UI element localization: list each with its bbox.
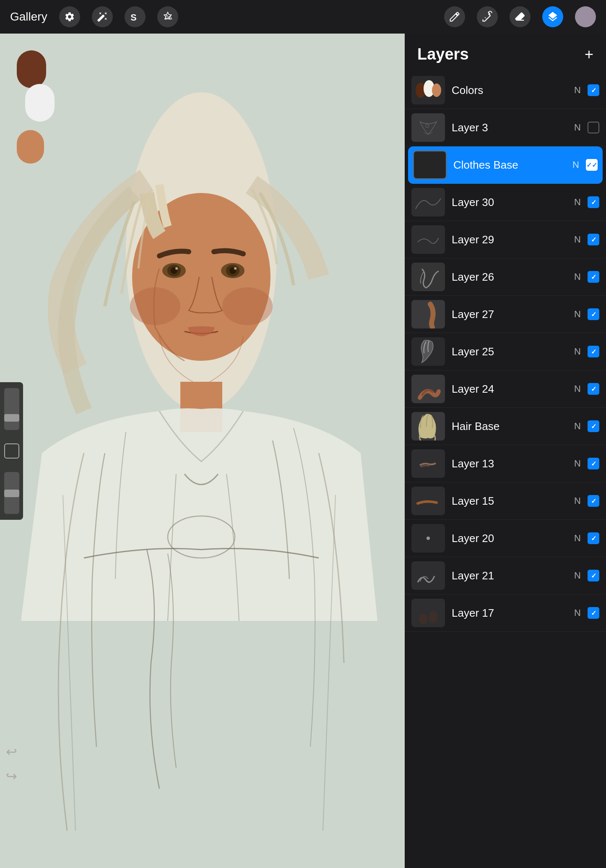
layer-info-layer17: Layer 17 xyxy=(445,607,574,620)
layer-name-layer20: Layer 20 xyxy=(452,532,494,545)
layer-thumb-layer26 xyxy=(411,263,445,291)
layer-visibility-layer15[interactable] xyxy=(588,495,599,507)
smudge-button[interactable] xyxy=(477,6,498,27)
layer-mode-layer24: N xyxy=(574,383,581,394)
layer-name-layer21: Layer 21 xyxy=(452,569,494,582)
layer-item-layer30[interactable]: Layer 30 N xyxy=(405,184,606,221)
layer-info-hair-base: Hair Base xyxy=(445,420,574,433)
layer-controls-layer24: N xyxy=(574,383,599,395)
swatch-white xyxy=(25,84,55,122)
magic-wand-button[interactable] xyxy=(92,6,113,27)
layer-mode-layer15: N xyxy=(574,495,581,506)
eraser-button[interactable] xyxy=(510,6,531,27)
svg-point-4 xyxy=(222,287,273,325)
layer-visibility-layer21[interactable] xyxy=(588,570,599,581)
layer-mode-clothes-base: N xyxy=(572,159,579,170)
svg-text:S: S xyxy=(130,12,136,22)
swatch-dark-brown xyxy=(17,50,46,88)
layer-thumb-colors xyxy=(411,76,445,104)
layer-name-layer17: Layer 17 xyxy=(452,607,494,619)
layers-panel: Layers + Colors N Layer xyxy=(405,34,606,868)
wrench-button[interactable] xyxy=(59,6,80,27)
layer-item-layer24[interactable]: Layer 24 N xyxy=(405,370,606,408)
layer-item-layer3[interactable]: Layer 3 N xyxy=(405,109,606,146)
layer-mode-layer20: N xyxy=(574,533,581,544)
layer-info-clothes-base: Clothes Base xyxy=(447,159,572,172)
layer-visibility-clothes-base[interactable]: ✓ xyxy=(586,159,598,171)
layer-name-layer30: Layer 30 xyxy=(452,196,494,209)
layer-name-layer29: Layer 29 xyxy=(452,233,494,246)
layer-mode-hair-base: N xyxy=(574,421,581,432)
layer-name-layer24: Layer 24 xyxy=(452,383,494,395)
swatch-light-tan xyxy=(17,130,44,164)
layers-button[interactable] xyxy=(542,6,563,27)
layer-item-layer21[interactable]: Layer 21 N xyxy=(405,557,606,594)
left-tool-panel xyxy=(0,382,23,520)
layer-item-layer29[interactable]: Layer 29 N xyxy=(405,221,606,258)
layer-visibility-layer17[interactable] xyxy=(588,607,599,619)
layer-visibility-layer3[interactable] xyxy=(588,122,599,133)
layers-header: Layers + xyxy=(405,34,606,72)
add-layer-button[interactable]: + xyxy=(585,47,593,62)
layer-mode-layer25: N xyxy=(574,346,581,357)
layer-info-layer30: Layer 30 xyxy=(445,196,574,209)
layer-mode-layer29: N xyxy=(574,234,581,245)
svg-point-12 xyxy=(234,267,237,270)
layer-visibility-colors[interactable] xyxy=(588,84,599,96)
layer-controls-clothes-base: N ✓ xyxy=(572,159,598,171)
svg-point-18 xyxy=(426,124,429,128)
layer-controls-layer15: N xyxy=(574,495,599,507)
layer-thumb-layer30 xyxy=(411,188,445,216)
layer-visibility-layer25[interactable] xyxy=(588,346,599,357)
selection-button[interactable] xyxy=(157,6,178,27)
opacity-slider[interactable] xyxy=(4,472,19,514)
layer-visibility-layer29[interactable] xyxy=(588,234,599,245)
layer-item-layer27[interactable]: Layer 27 N xyxy=(405,296,606,333)
layer-thumb-layer3 xyxy=(411,113,445,142)
layer-thumb-layer27 xyxy=(411,300,445,328)
layer-item-hair-base[interactable]: Hair Base N xyxy=(405,408,606,445)
layer-visibility-layer26[interactable] xyxy=(588,271,599,283)
color-picker-button[interactable] xyxy=(575,6,596,27)
layer-item-layer13[interactable]: Layer 13 N xyxy=(405,445,606,482)
brush-size-slider[interactable] xyxy=(4,388,19,430)
layer-item-layer17[interactable]: Layer 17 N xyxy=(405,594,606,632)
layer-item-layer20[interactable]: Layer 20 N xyxy=(405,520,606,557)
layer-info-layer26: Layer 26 xyxy=(445,271,574,284)
layer-name-layer13: Layer 13 xyxy=(452,457,494,470)
layer-visibility-hair-base[interactable] xyxy=(588,420,599,432)
layer-visibility-layer13[interactable] xyxy=(588,458,599,469)
color-swatch-icon[interactable] xyxy=(4,443,19,459)
layer-controls-layer27: N xyxy=(574,308,599,320)
color-swatches-panel xyxy=(17,50,55,164)
undo-button[interactable]: ↩ xyxy=(6,744,17,760)
layer-name-colors: Colors xyxy=(452,84,483,96)
layer-name-layer26: Layer 26 xyxy=(452,271,494,283)
layer-thumb-layer17 xyxy=(411,599,445,627)
layer-visibility-layer24[interactable] xyxy=(588,383,599,395)
layer-visibility-layer20[interactable] xyxy=(588,532,599,544)
gallery-button[interactable]: Gallery xyxy=(10,10,47,23)
layer-visibility-layer27[interactable] xyxy=(588,308,599,320)
brush-button[interactable] xyxy=(444,6,465,27)
layer-mode-layer17: N xyxy=(574,607,581,618)
snooze-button[interactable]: S xyxy=(125,6,146,27)
svg-point-8 xyxy=(175,267,178,270)
layer-item-colors[interactable]: Colors N xyxy=(405,72,606,109)
canvas-area[interactable]: ↩ ↪ xyxy=(0,34,405,868)
layer-item-layer26[interactable]: Layer 26 N xyxy=(405,258,606,296)
layer-info-layer24: Layer 24 xyxy=(445,383,574,396)
undo-redo-panel: ↩ ↪ xyxy=(6,744,17,784)
layer-item-clothes-base[interactable]: Clothes Base N ✓ xyxy=(408,146,603,184)
layer-thumb-clothes-base xyxy=(413,151,447,179)
layer-item-layer25[interactable]: Layer 25 N xyxy=(405,333,606,370)
redo-button[interactable]: ↪ xyxy=(6,768,17,784)
layer-item-layer15[interactable]: Layer 15 N xyxy=(405,482,606,520)
toolbar-left: Gallery S xyxy=(10,6,178,27)
layer-visibility-layer30[interactable] xyxy=(588,196,599,208)
svg-point-20 xyxy=(419,614,427,624)
layer-mode-colors: N xyxy=(574,85,581,96)
layer-thumb-layer21 xyxy=(411,561,445,590)
svg-point-17 xyxy=(432,83,441,97)
svg-point-19 xyxy=(427,537,430,540)
